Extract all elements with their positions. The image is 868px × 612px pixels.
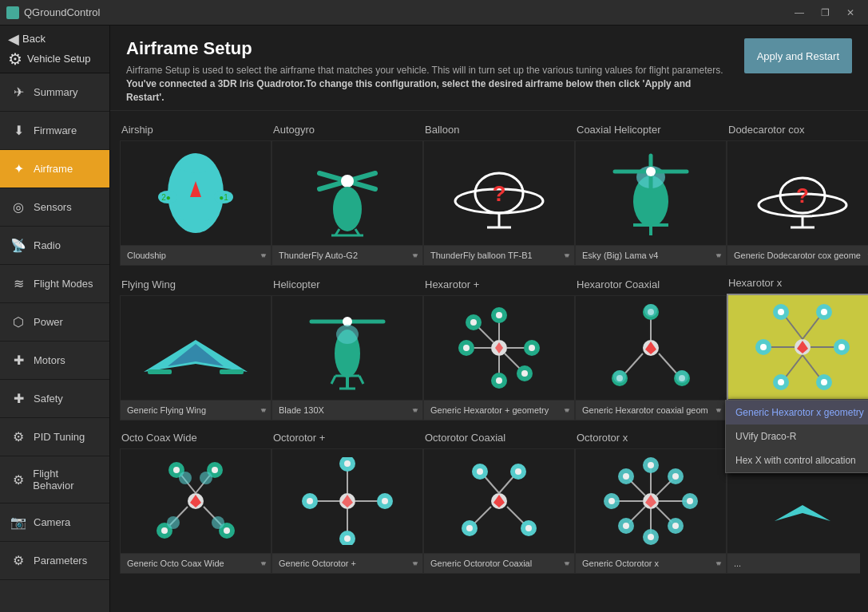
svg-point-156 — [608, 498, 615, 504]
airframe-card-octo-coax: Generic Octo Coax Wide ▼ — [120, 448, 271, 574]
airship-select[interactable]: Cloudship — [121, 245, 271, 265]
svg-point-153 — [648, 534, 654, 540]
svg-line-60 — [477, 326, 493, 342]
category-hexarotor-x: Hexarotor x — [725, 272, 868, 292]
balloon-image: ? — [424, 141, 574, 245]
category-hexarotor-coaxial: Hexarotor Coaxial — [573, 274, 725, 294]
svg-point-112 — [161, 527, 168, 534]
sidebar-item-pid-tuning[interactable]: ⚙ PID Tuning — [0, 418, 109, 456]
maximize-button[interactable]: ❐ — [814, 5, 836, 21]
hexarotor-plus-image — [424, 296, 574, 400]
svg-line-94 — [784, 355, 803, 379]
sidebar-item-safety[interactable]: ✚ Safety — [0, 380, 109, 418]
safety-icon: ✚ — [10, 391, 27, 406]
octo-coax-select-wrapper[interactable]: Generic Octo Coax Wide ▼ — [121, 553, 271, 573]
svg-line-85 — [803, 315, 821, 339]
coaxial-heli-select[interactable]: Esky (Big) Lama v4 — [576, 245, 726, 265]
sidebar-item-power[interactable]: ⬡ Power — [0, 303, 109, 342]
helicopter-select[interactable]: Blade 130X — [272, 400, 422, 420]
category-airship: Airship — [118, 119, 270, 139]
octo-coax-select[interactable]: Generic Octo Coax Wide — [121, 553, 271, 573]
dropdown-item-uvify[interactable]: UVify Draco-R — [726, 424, 868, 448]
camera-icon: 📷 — [10, 515, 27, 530]
partial-select-wrapper[interactable]: ... ▼ — [727, 553, 860, 573]
dodecarotor-select-wrapper[interactable]: Generic Dodecarotor cox geome... ▼ — [727, 245, 868, 265]
dropdown-item-generic-hex-x[interactable]: Generic Hexarotor x geometry — [726, 401, 868, 424]
flying-wing-select[interactable]: Generic Flying Wing — [121, 400, 271, 420]
balloon-select[interactable]: ThunderFly balloon TF-B1 — [424, 245, 574, 265]
sidebar-item-airframe[interactable]: ✦ Airframe — [0, 150, 109, 188]
dropdown-item-hex-x-control[interactable]: Hex X with control allocation — [726, 448, 868, 472]
sidebar-item-label-radio: Radio — [34, 239, 61, 251]
autogyro-select[interactable]: ThunderFly Auto-G2 — [272, 245, 422, 265]
window-controls: — ❐ ✕ — [788, 5, 862, 21]
back-button[interactable]: ◀ Back — [8, 30, 91, 48]
airframe-card-flying-wing: Generic Flying Wing ▼ — [120, 295, 271, 421]
svg-marker-172 — [775, 505, 830, 521]
svg-point-93 — [838, 344, 845, 350]
helicopter-select-wrapper[interactable]: Blade 130X ▼ — [272, 400, 422, 420]
sidebar-item-parameters[interactable]: ⚙ Parameters — [0, 542, 109, 580]
autogyro-select-wrapper[interactable]: ThunderFly Auto-G2 ▼ — [272, 245, 422, 265]
svg-line-44 — [331, 376, 335, 384]
category-octorotor-x: Octorotor x — [573, 427, 725, 447]
sidebar-item-motors[interactable]: ✚ Motors — [0, 342, 109, 380]
apply-restart-button[interactable]: Apply and Restart — [744, 38, 852, 73]
sidebar-item-flight-behavior[interactable]: ⚙ Flight Behavior — [0, 456, 109, 503]
category-helicopter: Helicopter — [270, 274, 422, 294]
svg-point-171 — [672, 523, 679, 529]
svg-point-109 — [200, 472, 212, 484]
balloon-select-wrapper[interactable]: ThunderFly balloon TF-B1 ▼ — [424, 245, 574, 265]
svg-point-84 — [778, 309, 784, 315]
svg-line-143 — [507, 507, 525, 525]
svg-point-50 — [496, 312, 502, 318]
hexarotor-coaxial-select-wrapper[interactable]: Generic Hexarotor coaxial geom ▼ — [576, 400, 726, 420]
sidebar-item-firmware[interactable]: ⬇ Firmware — [0, 112, 109, 150]
pid-tuning-icon: ⚙ — [10, 429, 27, 444]
airframe-card-hexarotor-coaxial: Generic Hexarotor coaxial geom ▼ — [575, 295, 727, 421]
svg-point-122 — [344, 460, 351, 467]
hexarotor-coaxial-select[interactable]: Generic Hexarotor coaxial geom — [576, 400, 726, 420]
sidebar-item-flight-modes[interactable]: ≋ Flight Modes — [0, 265, 109, 303]
airship-select-wrapper[interactable]: Cloudship ▼ — [121, 245, 271, 265]
coaxial-heli-select-wrapper[interactable]: Esky (Big) Lama v4 ▼ — [576, 245, 726, 265]
octorotor-coaxial-select-wrapper[interactable]: Generic Octorotor Coaxial ▼ — [424, 553, 574, 573]
airframe-grid: Airship — [110, 111, 868, 612]
svg-point-168 — [623, 523, 629, 529]
octorotor-x-select[interactable]: Generic Octorotor x — [576, 553, 726, 573]
close-button[interactable]: ✕ — [839, 5, 862, 21]
sidebar-item-radio[interactable]: 📡 Radio — [0, 227, 109, 265]
svg-point-145 — [525, 525, 532, 531]
octorotor-plus-select-wrapper[interactable]: Generic Octorotor + ▼ — [272, 553, 422, 573]
sidebar-item-camera[interactable]: 📷 Camera — [0, 503, 109, 542]
sidebar-item-label-safety: Safety — [34, 393, 63, 405]
sidebar-item-label-motors: Motors — [34, 354, 65, 366]
partial-select[interactable]: ... — [727, 553, 860, 573]
octorotor-coaxial-select[interactable]: Generic Octorotor Coaxial — [424, 553, 574, 573]
hexarotor-plus-select-wrapper[interactable]: Generic Hexarotor + geometry ▼ — [424, 400, 574, 420]
octorotor-coaxial-image — [424, 449, 574, 553]
hexarotor-plus-select[interactable]: Generic Hexarotor + geometry — [424, 400, 574, 420]
category-octorotor-plus: Octorotor + — [270, 427, 422, 447]
dodecarotor-select[interactable]: Generic Dodecarotor cox geome... — [727, 245, 868, 265]
svg-point-12 — [333, 187, 362, 231]
svg-point-116 — [224, 527, 230, 534]
airframe-card-octorotor-x: Generic Octorotor x ▼ — [575, 448, 727, 574]
parameters-icon: ⚙ — [10, 553, 27, 568]
minimize-button[interactable]: — — [788, 5, 811, 21]
flying-wing-select-wrapper[interactable]: Generic Flying Wing ▼ — [121, 400, 271, 420]
vehicle-setup-label: Vehicle Setup — [27, 53, 91, 65]
svg-point-2 — [180, 157, 212, 173]
svg-rect-35 — [148, 369, 172, 374]
airframe-card-dodecarotor: ? Generic Dodecarotor cox geome... ▼ — [727, 140, 868, 266]
svg-point-162 — [623, 473, 629, 480]
autogyro-image — [272, 141, 422, 245]
octorotor-plus-select[interactable]: Generic Octorotor + — [272, 553, 422, 573]
sidebar-item-summary[interactable]: ✈ Summary — [0, 73, 109, 112]
sidebar-item-sensors[interactable]: ◎ Sensors — [0, 188, 109, 227]
flying-wing-image — [121, 296, 271, 400]
octorotor-x-select-wrapper[interactable]: Generic Octorotor x ▼ — [576, 553, 726, 573]
sidebar-item-label-flight-modes: Flight Modes — [34, 278, 93, 290]
content-header: Airframe Setup Airframe Setup is used to… — [110, 26, 868, 111]
airframe-card-hexarotor-plus: Generic Hexarotor + geometry ▼ — [423, 295, 575, 421]
